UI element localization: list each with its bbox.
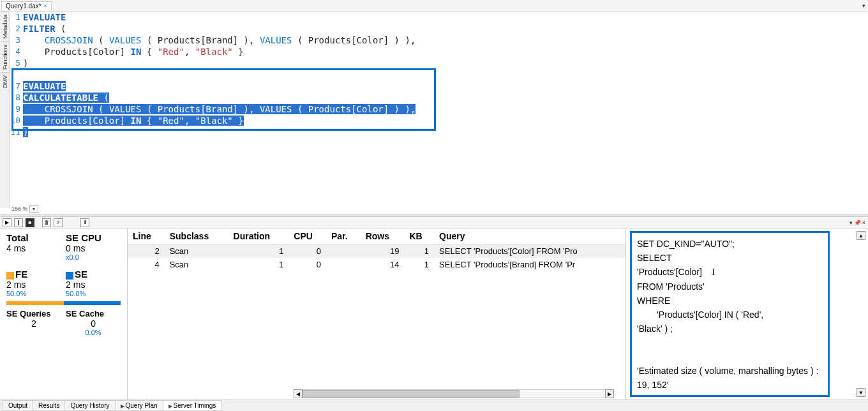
query-text-box[interactable]: SET DC_KIND="AUTO"; SELECT 'Products'[Co… — [630, 231, 830, 397]
query-line: SELECT — [637, 251, 823, 265]
results-toolbar: ▶ ‖ ■ 🗑 ? ⬇ ▾ 📌 × — [0, 217, 868, 228]
query-line: WHERE — [637, 294, 823, 308]
secpu-value: 0 ms — [66, 243, 121, 253]
help-icon[interactable]: ? — [54, 218, 63, 227]
bottom-tab-results[interactable]: Results — [33, 400, 65, 411]
horizontal-scrollbar[interactable]: ◀ ▶ — [294, 389, 614, 398]
sidebar-tab-metadata[interactable]: Metadata — [1, 11, 9, 41]
seq-value: 2 — [6, 318, 61, 329]
secpu-sub: x0.0 — [66, 253, 121, 261]
vertical-scrollbar[interactable]: ▲ ▼ — [857, 231, 865, 397]
events-header[interactable]: KB — [404, 228, 434, 244]
seq-label: SE Queries — [6, 309, 61, 318]
scroll-left-icon[interactable]: ◀ — [294, 389, 303, 398]
pin-icon[interactable]: 📌 — [854, 220, 861, 226]
zoom-dropdown-icon[interactable]: ▾ — [29, 206, 38, 213]
panel-close-icon[interactable]: × — [862, 220, 865, 226]
fe-label: FE — [15, 269, 27, 280]
events-header[interactable]: Query — [434, 228, 625, 244]
pause-icon[interactable]: ‖ — [14, 218, 23, 227]
query-line: 'Products'[Color] IN ( 'Red', — [637, 308, 823, 322]
document-tab-bar: Query1.dax* × ▾ — [0, 0, 868, 11]
se-value: 2 ms — [66, 280, 121, 290]
bottom-tab-query-plan[interactable]: ▶Query Plan — [115, 400, 163, 411]
events-header[interactable]: Par. — [326, 228, 361, 244]
secache-value: 0 — [66, 318, 121, 329]
stop-icon[interactable]: ■ — [26, 218, 34, 227]
query-text-panel: SET DC_KIND="AUTO"; SELECT 'Products'[Co… — [625, 228, 868, 400]
query-line: 'Estimated size ( volume, marshalling by… — [637, 364, 823, 392]
close-tab-icon[interactable]: × — [44, 3, 47, 9]
panel-dropdown-icon[interactable]: ▾ — [849, 220, 853, 226]
left-tool-strip: Metadata Functions DMV — [0, 11, 10, 208]
document-tab[interactable]: Query1.dax* × — [1, 1, 52, 10]
events-table-container: LineSubclassDurationCPUPar.RowsKBQuery 2… — [128, 228, 625, 400]
clear-icon[interactable]: 🗑 — [42, 218, 51, 227]
fe-pct: 50.0% — [6, 290, 61, 297]
bottom-tab-output[interactable]: Output — [3, 400, 33, 411]
scroll-down-icon[interactable]: ▼ — [857, 388, 865, 397]
document-tab-title: Query1.dax* — [6, 3, 41, 10]
events-header[interactable]: Duration — [228, 228, 289, 244]
code-editor[interactable]: 1EVALUATE2FILTER (3 CROSSJOIN ( VALUES (… — [10, 11, 868, 203]
timing-stats: Total4 ms SE CPU0 msx0.0 FE2 ms50.0% SE2… — [0, 228, 128, 400]
results-panel: Total4 ms SE CPU0 msx0.0 FE2 ms50.0% SE2… — [0, 228, 868, 400]
events-table[interactable]: LineSubclassDurationCPUPar.RowsKBQuery 2… — [128, 228, 625, 271]
scroll-right-icon[interactable]: ▶ — [605, 389, 614, 398]
bottom-tab-bar: OutputResultsQuery History▶Query Plan▶Se… — [0, 400, 868, 411]
zoom-value: 156 % — [11, 206, 28, 212]
sidebar-tab-dmv[interactable]: DMV — [1, 72, 9, 91]
query-line: 'Products'[Color] — [637, 267, 702, 277]
fe-value: 2 ms — [6, 280, 61, 290]
zoom-indicator: 156 % ▾ — [10, 204, 38, 213]
events-header[interactable]: Subclass — [165, 228, 228, 244]
table-row[interactable]: 4Scan10141SELECT 'Products'[Brand] FROM … — [128, 258, 625, 271]
scroll-thumb[interactable] — [303, 390, 520, 398]
scroll-up-icon[interactable]: ▲ — [857, 231, 865, 240]
events-header[interactable]: CPU — [288, 228, 326, 244]
sidebar-tab-functions[interactable]: Functions — [1, 41, 9, 72]
query-line: FROM 'Products' — [637, 280, 823, 294]
events-header[interactable]: Rows — [361, 228, 405, 244]
query-line: SET DC_KIND="AUTO"; — [637, 237, 823, 251]
play-icon[interactable]: ▶ — [3, 218, 11, 227]
tab-overflow-icon[interactable]: ▾ — [862, 3, 865, 9]
fe-swatch-icon — [6, 272, 14, 280]
total-label: Total — [6, 232, 61, 243]
bottom-tab-query-history[interactable]: Query History — [64, 400, 115, 411]
events-header[interactable]: Line — [128, 228, 165, 244]
export-icon[interactable]: ⬇ — [80, 218, 89, 227]
query-line: 'Black' ) ; — [637, 322, 823, 336]
text-cursor-icon: I — [712, 265, 718, 280]
bottom-tab-server-timings[interactable]: ▶Server Timings — [163, 400, 222, 411]
table-row[interactable]: 2Scan10191SELECT 'Products'[Color] FROM … — [128, 244, 625, 258]
secpu-label: SE CPU — [66, 232, 121, 243]
secache-label: SE Cache — [66, 309, 121, 318]
total-value: 4 ms — [6, 243, 61, 253]
se-label: SE — [75, 269, 87, 280]
se-swatch-icon — [66, 272, 73, 280]
secache-pct: 0.0% — [66, 329, 121, 336]
se-pct: 50.0% — [66, 290, 121, 297]
fe-se-bar — [6, 301, 121, 305]
